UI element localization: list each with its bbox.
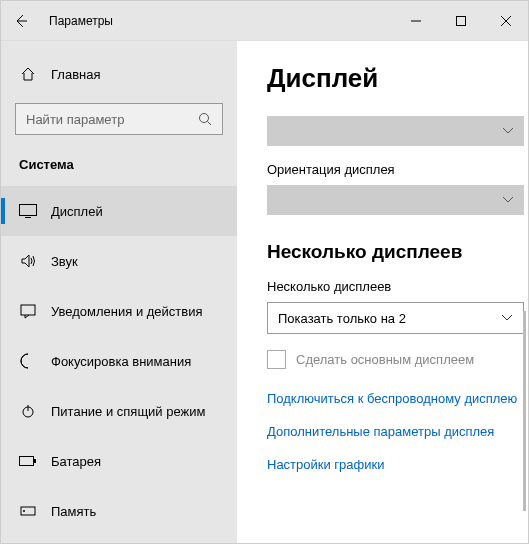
window-title: Параметры [49, 14, 113, 28]
nav-item-label: Уведомления и действия [51, 304, 203, 319]
close-icon [501, 16, 511, 26]
back-button[interactable] [1, 1, 41, 41]
nav-item-label: Фокусировка внимания [51, 354, 191, 369]
minimize-icon [411, 16, 421, 26]
home-icon [19, 65, 37, 83]
nav-item-power[interactable]: Питание и спящий режим [1, 386, 237, 436]
link-connect-wireless[interactable]: Подключиться к беспроводному дисплею [267, 391, 528, 406]
nav-item-battery[interactable]: Батарея [1, 436, 237, 486]
orientation-label: Ориентация дисплея [267, 162, 528, 177]
chevron-down-icon [502, 127, 514, 135]
nav-home-label: Главная [51, 67, 100, 82]
link-graphics-settings[interactable]: Настройки графики [267, 457, 528, 472]
nav-item-sound[interactable]: Звук [1, 236, 237, 286]
nav-home[interactable]: Главная [1, 55, 237, 93]
multi-displays-heading: Несколько дисплеев [267, 241, 528, 263]
titlebar: Параметры [1, 1, 528, 41]
svg-rect-5 [20, 457, 34, 466]
nav-item-label: Память [51, 504, 96, 519]
nav-item-notifications[interactable]: Уведомления и действия [1, 286, 237, 336]
link-advanced-display[interactable]: Дополнительные параметры дисплея [267, 424, 528, 439]
page-title: Дисплей [267, 63, 528, 94]
chevron-down-icon [501, 314, 513, 322]
minimize-button[interactable] [393, 1, 438, 41]
sidebar: Главная Система Дисплей Звук Уведомления… [1, 41, 237, 543]
nav-item-display[interactable]: Дисплей [1, 186, 237, 236]
notifications-icon [19, 302, 37, 320]
sound-icon [19, 252, 37, 270]
main-pane: Дисплей Ориентация дисплея Несколько дис… [237, 41, 528, 543]
focus-icon [19, 352, 37, 370]
maximize-button[interactable] [438, 1, 483, 41]
nav-item-label: Звук [51, 254, 78, 269]
search-icon [198, 112, 212, 126]
svg-rect-0 [456, 17, 465, 26]
nav-item-label: Батарея [51, 454, 101, 469]
dropdown-orientation[interactable] [267, 185, 524, 215]
make-main-checkbox[interactable] [267, 350, 286, 369]
multi-displays-label: Несколько дисплеев [267, 279, 528, 294]
nav-item-storage[interactable]: Память [1, 486, 237, 536]
arrow-left-icon [13, 13, 29, 29]
section-header: Система [1, 151, 237, 186]
power-icon [19, 402, 37, 420]
svg-rect-3 [21, 305, 35, 315]
window-controls [393, 1, 528, 41]
nav-item-label: Питание и спящий режим [51, 404, 205, 419]
close-button[interactable] [483, 1, 528, 41]
multi-displays-select[interactable]: Показать только на 2 [267, 302, 524, 334]
select-value: Показать только на 2 [278, 311, 406, 326]
svg-rect-6 [34, 459, 36, 463]
svg-point-8 [23, 510, 25, 512]
battery-icon [19, 452, 37, 470]
maximize-icon [456, 16, 466, 26]
make-main-checkbox-row: Сделать основным дисплеем [267, 350, 528, 369]
scrollbar[interactable] [523, 311, 526, 511]
svg-rect-2 [20, 205, 37, 216]
chevron-down-icon [502, 196, 514, 204]
nav-item-label: Дисплей [51, 204, 103, 219]
storage-icon [19, 502, 37, 520]
display-icon [19, 202, 37, 220]
svg-point-1 [200, 114, 209, 123]
make-main-label: Сделать основным дисплеем [296, 352, 474, 367]
nav-item-focus[interactable]: Фокусировка внимания [1, 336, 237, 386]
dropdown-scale[interactable] [267, 116, 524, 146]
search-box[interactable] [15, 103, 223, 135]
search-input[interactable] [26, 112, 198, 127]
